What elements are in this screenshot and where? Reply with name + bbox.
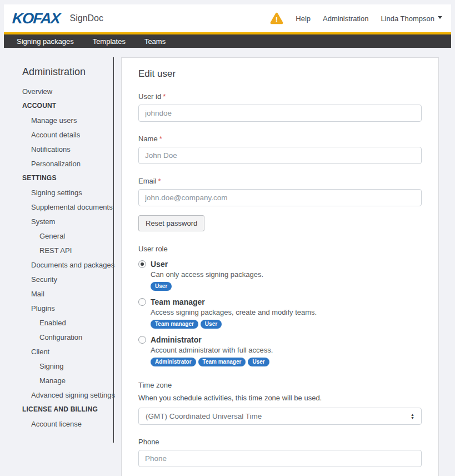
name-label: Name* — [138, 135, 422, 143]
radio-icon[interactable] — [138, 336, 146, 344]
app-window: KOFAX SignDoc ! Help Administration Lind… — [0, 0, 455, 476]
sidebar-item-mail[interactable]: Mail — [22, 290, 108, 298]
role-badge: Team manager — [151, 320, 198, 329]
sidebar-item-notifications[interactable]: Notifications — [22, 146, 108, 153]
role-radio-administrator[interactable]: Administrator — [138, 335, 422, 344]
header: KOFAX SignDoc ! Help Administration Lind… — [4, 4, 451, 32]
user-id-field[interactable] — [138, 105, 422, 122]
admin-sidebar: Administration Overview ACCOUNT Manage u… — [0, 57, 114, 443]
user-id-label: User id* — [138, 92, 422, 101]
nav-templates[interactable]: Templates — [93, 37, 126, 46]
role-badge: User — [248, 358, 269, 366]
reset-password-button[interactable]: Reset password — [138, 215, 204, 231]
page-title: Edit user — [138, 68, 422, 80]
role-radio-user[interactable]: User — [138, 260, 422, 269]
sidebar-item-manage-users[interactable]: Manage users — [22, 117, 108, 124]
required-marker: * — [159, 135, 162, 143]
sidebar-item-account-details[interactable]: Account details — [22, 131, 108, 138]
sidebar-item-signing-settings[interactable]: Signing settings — [22, 189, 108, 196]
product-name: SignDoc — [70, 13, 103, 23]
email-label-text: Email — [138, 177, 157, 185]
user-role-label: User role — [138, 245, 422, 253]
sidebar-item-configuration[interactable]: Configuration — [22, 334, 108, 341]
sidebar-item-overview[interactable]: Overview — [22, 88, 108, 95]
role-option-team-manager: Team manager Access signing packages, cr… — [138, 298, 422, 329]
timezone-label: Time zone — [138, 381, 422, 389]
chevron-down-icon — [438, 16, 442, 19]
warning-icon[interactable]: ! — [270, 12, 283, 24]
user-menu[interactable]: Linda Thompson — [381, 14, 442, 23]
phone-field[interactable] — [138, 450, 422, 467]
role-description: Access signing packages, create and modi… — [151, 308, 422, 316]
role-name: Administrator — [151, 335, 202, 344]
role-name: User — [151, 260, 168, 269]
user-name: Linda Thompson — [381, 14, 434, 23]
help-link[interactable]: Help — [296, 14, 311, 23]
role-description: Can only access signing packages. — [151, 270, 422, 279]
name-label-text: Name — [138, 135, 158, 143]
sidebar-item-supplemental-documents[interactable]: Supplemental documents — [22, 204, 108, 211]
sidebar-item-documents-and-packages[interactable]: Documents and packages — [22, 261, 108, 269]
radio-icon[interactable] — [138, 260, 146, 268]
edit-user-panel: Edit user User id* Name* Email* Reset pa… — [121, 57, 439, 476]
user-id-label-text: User id — [138, 92, 161, 101]
sidebar-item-advanced-signing-settings[interactable]: Advanced signing settings — [22, 391, 108, 399]
role-name: Team manager — [151, 298, 205, 306]
sidebar-item-general[interactable]: General — [22, 232, 108, 240]
role-option-administrator: Administrator Account administrator with… — [138, 335, 422, 366]
timezone-help-text: When you schedule activities, this time … — [138, 394, 422, 402]
role-badge: Administrator — [151, 358, 196, 366]
sidebar-section-account: ACCOUNT — [22, 102, 108, 110]
required-marker: * — [158, 177, 161, 185]
sidebar-item-security[interactable]: Security — [22, 276, 108, 283]
name-field[interactable] — [138, 147, 422, 164]
sidebar-item-signing[interactable]: Signing — [22, 363, 108, 370]
sidebar-item-plugins[interactable]: Plugins — [22, 305, 108, 312]
select-arrows-icon: ▲▼ — [411, 413, 414, 420]
role-badge: User — [201, 320, 222, 329]
phone-label: Phone — [138, 438, 422, 446]
email-field[interactable] — [138, 189, 422, 206]
sidebar-item-account-license[interactable]: Account license — [22, 420, 108, 428]
timezone-select[interactable]: (GMT) Coordinated Universal Time ▲▼ — [138, 408, 422, 425]
role-radio-team-manager[interactable]: Team manager — [138, 298, 422, 306]
sidebar-title: Administration — [22, 66, 108, 78]
sidebar-item-rest-api[interactable]: REST API — [22, 247, 108, 254]
role-description: Account administrator with full access. — [151, 346, 422, 354]
role-badge: User — [151, 282, 172, 291]
sidebar-item-manage[interactable]: Manage — [22, 377, 108, 384]
sidebar-item-personalization[interactable]: Personalization — [22, 160, 108, 167]
role-option-user: User Can only access signing packages. U… — [138, 260, 422, 291]
sidebar-section-license-and-billing: LICENSE AND BILLING — [22, 406, 108, 413]
sidebar-item-enabled[interactable]: Enabled — [22, 319, 108, 326]
main-nav: Signing packages Templates Teams — [4, 32, 451, 48]
sidebar-item-client[interactable]: Client — [22, 348, 108, 355]
email-label: Email* — [138, 177, 422, 185]
svg-text:!: ! — [276, 16, 278, 24]
kofax-logo: KOFAX — [12, 10, 61, 27]
role-badge: Team manager — [198, 358, 246, 366]
nav-signing-packages[interactable]: Signing packages — [17, 37, 74, 46]
timezone-selected-value: (GMT) Coordinated Universal Time — [146, 412, 262, 420]
required-marker: * — [163, 92, 166, 101]
radio-icon[interactable] — [138, 298, 146, 306]
sidebar-section-settings: SETTINGS — [22, 175, 108, 182]
administration-link[interactable]: Administration — [323, 14, 368, 23]
sidebar-item-system[interactable]: System — [22, 218, 108, 225]
nav-teams[interactable]: Teams — [144, 37, 166, 46]
